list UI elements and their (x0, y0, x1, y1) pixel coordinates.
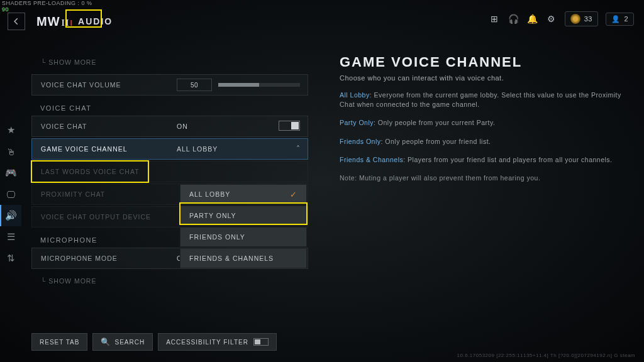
chevron-up-icon: ˄ (296, 145, 301, 153)
voice-chat-toggle[interactable] (279, 121, 300, 131)
dropdown-option-friends-channels[interactable]: FRIENDS & CHANNELS (180, 248, 307, 268)
description-line: Friends Only: Only people from your frie… (340, 137, 629, 146)
side-tab-audio[interactable]: 🔊 (0, 205, 21, 226)
settings-panel: └ SHOW MORE VOICE CHAT VOLUME 50 VOICE C… (31, 52, 308, 322)
show-more-top[interactable]: └ SHOW MORE (31, 52, 308, 73)
side-tab-display[interactable]: 🖵 (0, 184, 21, 205)
row-voice-chat-volume[interactable]: VOICE CHAT VOLUME 50 (31, 74, 308, 96)
performance-overlay: SHADERS PRE-LOADING : 0 % 90 (0, 0, 94, 14)
description-title: GAME VOICE CHANNEL (340, 54, 629, 70)
label-voice-chat-volume: VOICE CHAT VOLUME (32, 81, 177, 89)
version-string: 10.6.17053209 [22:255:11135+11.4] Th [?2… (457, 353, 635, 358)
side-tab-interface[interactable]: ☰ (0, 226, 21, 248)
side-tab-strip: ★ 🖱 🎮 🖵 🔊 ☰ ⇅ (0, 119, 21, 269)
check-icon: ✓ (290, 190, 297, 199)
row-voice-chat[interactable]: VOICE CHAT ON (31, 116, 308, 137)
social-badge[interactable]: 👤 2 (606, 13, 634, 26)
reset-tab-button[interactable]: RESET TAB (31, 333, 87, 351)
side-tab-star[interactable]: ★ (0, 119, 21, 141)
game-voice-channel-value: ALL LOBBY (177, 145, 218, 153)
fps-counter: 90 (2, 7, 92, 13)
side-tab-mouse[interactable]: 🖱 (0, 141, 21, 162)
voice-chat-value: ON (177, 123, 188, 130)
description-line: Party Only: Only people from your curren… (340, 118, 629, 128)
game-logo: MWIII (36, 14, 73, 29)
currency-icon (570, 14, 580, 24)
bell-icon[interactable]: 🔔 (527, 13, 538, 25)
dropdown-option-label: PARTY ONLY (189, 212, 236, 219)
logo-roman: II (62, 18, 70, 28)
dropdown-option-all-lobby[interactable]: ALL LOBBY ✓ (180, 184, 307, 204)
grid-icon[interactable]: ⊞ (489, 13, 501, 25)
dropdown-option-friends-only[interactable]: FRIENDS ONLY (180, 227, 307, 247)
description-line: Friends & Channels: Players from your fr… (340, 155, 629, 165)
label-last-words: LAST WORDS VOICE CHAT (32, 168, 177, 175)
row-game-voice-channel[interactable]: GAME VOICE CHANNEL ALL LOBBY ˄ (31, 138, 308, 160)
label-microphone-mode: MICROPHONE MODE (32, 255, 177, 262)
dropdown-option-label: FRIENDS & CHANNELS (189, 255, 274, 262)
description-subtitle: Choose who you can interact with via voi… (340, 74, 629, 82)
bottom-button-bar: RESET TAB 🔍SEARCH ACCESSIBILITY FILTER (31, 333, 277, 351)
description-line: All Lobby: Everyone from the current gam… (340, 90, 629, 109)
dropdown-option-label: ALL LOBBY (189, 190, 230, 198)
shader-preloading: SHADERS PRE-LOADING : 0 % (2, 1, 92, 7)
accessibility-toggle[interactable] (253, 338, 269, 346)
logo-three: I (70, 18, 73, 28)
social-count: 2 (624, 15, 628, 23)
description-note: Note: Muting a player will also prevent … (340, 173, 629, 183)
dropdown-option-label: FRIENDS ONLY (189, 233, 245, 241)
dropdown-option-party-only[interactable]: PARTY ONLY (180, 206, 307, 226)
label-voice-chat: VOICE CHAT (32, 123, 177, 130)
label-proximity: PROXIMITY CHAT (32, 190, 177, 198)
voice-chat-volume-slider[interactable] (218, 83, 300, 87)
section-voice-chat: VOICE CHAT (31, 97, 308, 116)
search-button[interactable]: 🔍SEARCH (92, 333, 153, 351)
currency-value: 33 (584, 15, 592, 23)
description-panel: GAME VOICE CHANNEL Choose who you can in… (340, 54, 629, 183)
currency-badge[interactable]: 33 (565, 11, 598, 26)
section-title-audio: AUDIO (78, 16, 113, 26)
side-tab-network[interactable]: ⇅ (0, 248, 21, 269)
label-game-voice-channel: GAME VOICE CHANNEL (32, 145, 177, 153)
person-icon: 👤 (611, 15, 621, 23)
label-output-device: VOICE CHAT OUTPUT DEVICE (32, 213, 177, 221)
game-voice-channel-dropdown: ALL LOBBY ✓ PARTY ONLY FRIENDS ONLY FRIE… (180, 184, 307, 270)
search-icon: 🔍 (101, 337, 111, 346)
row-last-words[interactable]: LAST WORDS VOICE CHAT (31, 161, 308, 182)
voice-chat-volume-value[interactable]: 50 (177, 79, 212, 91)
logo-mw: MW (36, 14, 60, 29)
side-tab-gamepad[interactable]: 🎮 (0, 162, 21, 184)
accessibility-filter-button[interactable]: ACCESSIBILITY FILTER (158, 333, 277, 351)
show-more-bottom[interactable]: └ SHOW MORE (31, 270, 308, 292)
gear-icon[interactable]: ⚙ (546, 13, 557, 25)
back-button[interactable] (8, 13, 25, 30)
top-right-cluster: ⊞ 🎧 🔔 ⚙ 33 👤 2 (489, 11, 634, 26)
headset-icon[interactable]: 🎧 (508, 13, 519, 25)
